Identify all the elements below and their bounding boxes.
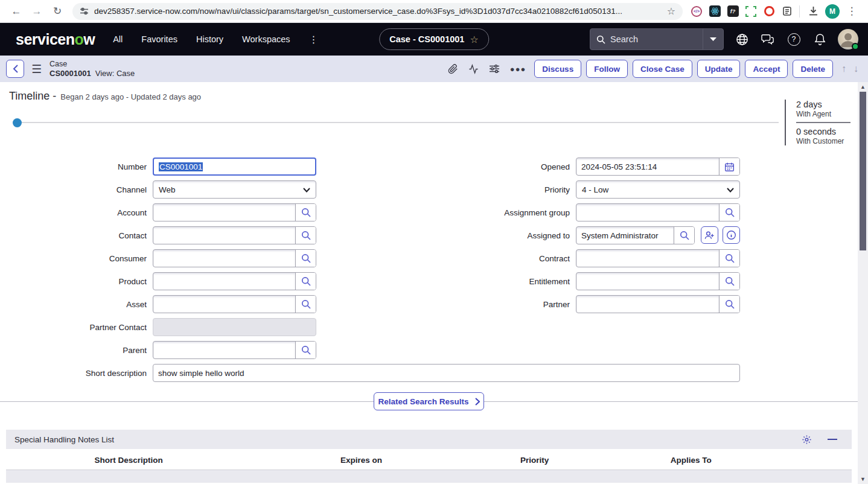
next-record-icon[interactable]: ↓ — [854, 63, 858, 74]
form-row: Assignment group — [316, 203, 793, 221]
search-scope-dropdown[interactable] — [703, 28, 723, 50]
consumer-field[interactable] — [153, 250, 295, 267]
lookup-icon[interactable] — [719, 250, 739, 267]
context-record-pill[interactable]: Case - CS0001001 ☆ — [379, 28, 489, 50]
info-button[interactable] — [723, 226, 740, 244]
bell-icon[interactable] — [812, 31, 828, 47]
browser-forward-icon[interactable]: → — [27, 2, 47, 21]
help-icon[interactable]: ? — [786, 31, 802, 47]
favorite-star-icon[interactable]: ☆ — [470, 34, 478, 45]
browser-reload-icon[interactable]: ↻ — [47, 2, 68, 21]
form-row: Contract — [316, 249, 793, 267]
assigned-to-field[interactable]: System Administrator — [576, 227, 674, 244]
sliders-icon[interactable] — [489, 64, 500, 74]
special-handling-notes-section: Special Handling Notes List Short Descri… — [6, 430, 852, 483]
extension-code-icon[interactable]: </> — [688, 2, 706, 21]
form-content: Timeline - Began 2 days ago - Updated 2 … — [0, 82, 858, 484]
number-field[interactable]: CS0001001 — [153, 158, 316, 176]
page-scrollbar[interactable]: ▲ ▼ — [858, 82, 868, 484]
parent-field[interactable] — [153, 342, 295, 358]
field-label-channel: Channel — [0, 185, 153, 194]
partner-field[interactable] — [576, 296, 719, 313]
global-search-input[interactable]: Search — [590, 28, 724, 50]
scrollbar-thumb[interactable] — [860, 92, 866, 250]
gear-icon[interactable] — [802, 435, 812, 445]
field-label-number: Number — [0, 162, 153, 171]
extension-capture-icon[interactable] — [742, 2, 760, 21]
bookmark-star-icon[interactable]: ☆ — [667, 5, 675, 17]
collapse-section-icon[interactable] — [828, 439, 837, 440]
downloads-icon[interactable] — [803, 2, 823, 21]
asset-field[interactable] — [153, 296, 295, 313]
lookup-icon[interactable] — [719, 296, 739, 313]
chevron-down-icon — [303, 185, 310, 194]
form-row: Assigned toSystem Administrator — [316, 226, 793, 244]
lookup-icon[interactable] — [674, 227, 694, 244]
accept-button[interactable]: Accept — [745, 60, 788, 78]
field-label-asset: Asset — [0, 300, 153, 309]
browser-menu-icon[interactable]: ⋮ — [841, 2, 862, 21]
nav-item-history[interactable]: History — [196, 34, 223, 44]
globe-icon[interactable] — [734, 31, 750, 47]
delete-button[interactable]: Delete — [793, 60, 833, 78]
lookup-icon[interactable] — [295, 273, 316, 290]
previous-record-icon[interactable]: ↑ — [841, 63, 846, 74]
lookup-icon[interactable] — [295, 204, 316, 221]
related-search-results-label: Related Search Results — [378, 397, 468, 406]
short-description-field[interactable]: show simple hello world — [153, 364, 740, 382]
lookup-icon[interactable] — [295, 296, 316, 313]
nav-item-all[interactable]: All — [113, 34, 123, 44]
calendar-icon[interactable] — [719, 158, 739, 175]
search-icon — [596, 35, 605, 44]
timeline-marker[interactable] — [13, 118, 22, 127]
record-header-actions: ●●● DiscussFollowClose CaseUpdateAcceptD… — [448, 60, 862, 78]
column-header-expires-on[interactable]: Expires on — [251, 456, 471, 465]
browser-profile-avatar[interactable]: M — [823, 2, 841, 21]
column-header-short-description[interactable]: Short Description — [6, 456, 251, 465]
opened-field[interactable]: 2024-05-05 23:51:14 — [576, 158, 719, 175]
extension-fx-icon[interactable]: f? — [724, 2, 742, 21]
account-field[interactable] — [153, 204, 295, 221]
add-user-button[interactable] — [701, 226, 718, 244]
column-header-applies-to[interactable]: Applies To — [598, 456, 784, 465]
priority-select[interactable]: 4 - Low — [576, 180, 740, 199]
lookup-icon[interactable] — [295, 342, 316, 358]
close-case-button[interactable]: Close Case — [633, 60, 692, 78]
priority-value: 4 - Low — [582, 185, 727, 194]
scroll-down-icon[interactable]: ▼ — [858, 476, 868, 482]
form-context-menu-icon[interactable]: ☰ — [31, 62, 42, 76]
lookup-icon[interactable] — [719, 273, 739, 290]
extension-blocker-icon[interactable] — [760, 2, 778, 21]
related-search-results-button[interactable]: Related Search Results — [374, 392, 484, 410]
extension-clipboard-icon[interactable] — [778, 2, 796, 21]
notes-section-header: Special Handling Notes List — [6, 430, 852, 450]
nav-more-icon[interactable]: ⋮ — [309, 34, 319, 45]
lookup-icon[interactable] — [295, 250, 316, 267]
channel-select[interactable]: Web — [153, 180, 316, 199]
user-avatar[interactable] — [838, 29, 858, 49]
activity-icon[interactable] — [468, 64, 479, 74]
entitlement-field[interactable] — [576, 273, 719, 290]
lookup-icon[interactable] — [295, 227, 316, 244]
extension-react-icon[interactable] — [706, 2, 724, 21]
chat-icon[interactable] — [760, 31, 776, 47]
paperclip-icon[interactable] — [448, 64, 458, 74]
browser-back-icon[interactable]: ← — [6, 2, 27, 21]
servicenow-logo[interactable]: servicenow — [16, 31, 95, 48]
address-bar[interactable]: dev258357.service-now.com/now/nav/ui/cla… — [72, 3, 683, 20]
nav-item-favorites[interactable]: Favorites — [141, 34, 177, 44]
lookup-icon[interactable] — [719, 204, 739, 221]
follow-button[interactable]: Follow — [586, 60, 628, 78]
contract-field[interactable] — [576, 250, 719, 267]
contact-field[interactable] — [153, 227, 295, 244]
scroll-up-icon[interactable]: ▲ — [858, 84, 868, 90]
more-actions-icon[interactable]: ●●● — [510, 65, 526, 74]
site-settings-icon[interactable] — [80, 7, 89, 16]
discuss-button[interactable]: Discuss — [534, 60, 581, 78]
back-button[interactable] — [6, 60, 24, 78]
column-header-priority[interactable]: Priority — [471, 456, 598, 465]
assignment-group-field[interactable] — [576, 204, 719, 221]
update-button[interactable]: Update — [697, 60, 741, 78]
nav-item-workspaces[interactable]: Workspaces — [242, 34, 290, 44]
product-field[interactable] — [153, 273, 295, 290]
